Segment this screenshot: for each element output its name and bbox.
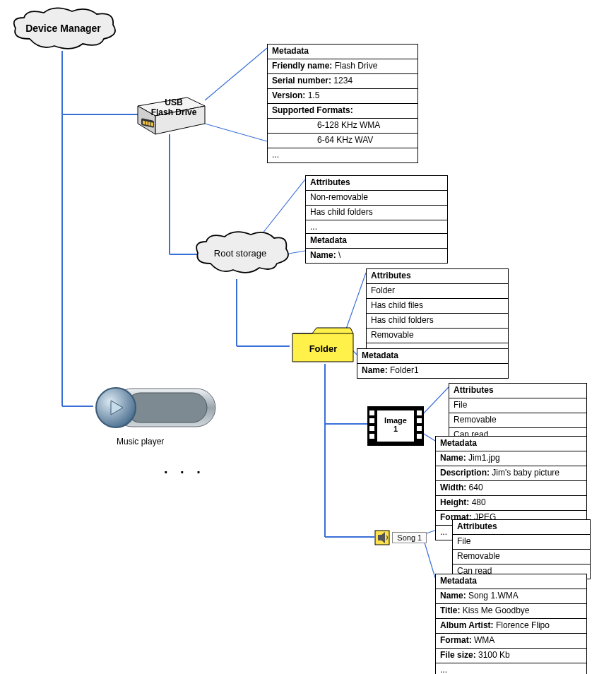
svg-line-19 [425, 543, 435, 578]
svg-line-16 [420, 387, 449, 417]
ellipsis: . . . [164, 461, 205, 477]
root_meta-title: Metadata [306, 234, 447, 249]
image_meta-title: Metadata [436, 437, 586, 451]
svg-rect-25 [146, 121, 148, 125]
song-attributes-panel: AttributesFileRemovableCan read [452, 519, 591, 579]
song_attr-title: Attributes [453, 520, 590, 535]
usb-label-2: Flash Drive [145, 107, 203, 117]
svg-rect-35 [417, 410, 422, 415]
folder_meta-row-0: Name: Folder1 [357, 364, 508, 378]
music-player-label: Music player [117, 437, 164, 447]
root-storage-node: Root storage [191, 230, 290, 285]
root_attr-title: Attributes [306, 176, 447, 191]
svg-rect-37 [417, 426, 422, 431]
svg-rect-31 [369, 410, 374, 415]
root_attr-row-2: ... [306, 220, 447, 235]
svg-line-10 [205, 48, 267, 100]
image_meta-row-3: Height: 480 [436, 496, 586, 511]
svg-line-11 [205, 124, 267, 141]
root_attr-row-0: Non-removable [306, 191, 447, 206]
usb_meta-row-5: 6-64 KHz WAV [268, 134, 417, 148]
song_meta-row-1: Title: Kiss Me Goodbye [436, 604, 586, 619]
usb_meta-row-1: Serial number: 1234 [268, 74, 417, 89]
song_meta-row-0: Name: Song 1.WMA [436, 589, 586, 604]
root-metadata-panel: MetadataName: \ [305, 233, 448, 264]
image_meta-row-0: Name: Jim1.jpg [436, 451, 586, 466]
folder-node: Folder [290, 325, 357, 369]
root_attr-row-1: Has child folders [306, 206, 447, 220]
device-manager-label: Device Manager [8, 23, 118, 34]
folder-metadata-panel: MetadataName: Folder1 [357, 348, 509, 379]
folder_attr-row-2: Has child folders [367, 314, 508, 329]
usb-label-1: USB [145, 97, 203, 107]
device-manager-node: Device Manager [8, 7, 118, 59]
song_meta-title: Metadata [436, 574, 586, 589]
svg-rect-41 [126, 393, 207, 422]
svg-rect-26 [148, 122, 150, 126]
song_meta-row-2: Album Artist: Florence Flipo [436, 619, 586, 634]
svg-rect-27 [151, 122, 153, 126]
usb-node: USB Flash Drive [131, 85, 212, 147]
image-attributes-panel: AttributesFileRemovableCan read [449, 383, 587, 443]
folder-attributes-panel: AttributesFolderHas child filesHas child… [366, 268, 509, 358]
folder_attr-row-1: Has child files [367, 299, 508, 314]
usb_meta-title: Metadata [268, 45, 417, 59]
usb_meta-row-6: ... [268, 148, 417, 162]
song_attr-row-1: Removable [453, 550, 590, 564]
folder_attr-row-0: Folder [367, 284, 508, 299]
folder_attr-title: Attributes [367, 269, 508, 284]
usb_meta-row-0: Friendly name: Flash Drive [268, 59, 417, 74]
svg-rect-32 [369, 418, 374, 423]
song-node: Song 1 [374, 530, 427, 545]
usb_meta-row-2: Version: 1.5 [268, 89, 417, 104]
svg-rect-24 [143, 121, 145, 125]
root-attributes-panel: AttributesNon-removableHas child folders… [305, 175, 448, 235]
svg-rect-34 [369, 434, 374, 439]
image_attr-title: Attributes [449, 384, 586, 398]
usb_meta-row-3: Supported Formats: [268, 104, 417, 119]
svg-rect-33 [369, 426, 374, 431]
folder-label: Folder [290, 343, 357, 354]
image_attr-row-1: Removable [449, 413, 586, 428]
song_meta-row-4: File size: 3100 Kb [436, 649, 586, 663]
song_meta-row-5: ... [436, 663, 586, 674]
song_meta-row-3: Format: WMA [436, 634, 586, 649]
song-label: Song 1 [392, 532, 427, 543]
usb-metadata-panel: MetadataFriendly name: Flash DriveSerial… [267, 44, 418, 163]
image-node: Image 1 [367, 406, 424, 448]
image_attr-row-0: File [449, 398, 586, 413]
svg-line-17 [424, 434, 435, 441]
root-storage-label: Root storage [191, 248, 290, 259]
song_attr-row-0: File [453, 535, 590, 550]
root_meta-row-0: Name: \ [306, 249, 447, 263]
music-player-node [92, 382, 223, 437]
image_meta-row-2: Width: 640 [436, 481, 586, 496]
folder_meta-title: Metadata [357, 349, 508, 364]
song-metadata-panel: MetadataName: Song 1.WMATitle: Kiss Me G… [435, 574, 587, 674]
image-label-1: Image [377, 416, 414, 425]
svg-rect-38 [417, 434, 422, 439]
image_meta-row-1: Description: Jim's baby picture [436, 466, 586, 481]
folder_attr-row-3: Removable [367, 329, 508, 343]
svg-rect-36 [417, 418, 422, 423]
usb_meta-row-4: 6-128 KHz WMA [268, 119, 417, 134]
image-label-2: 1 [377, 425, 414, 433]
